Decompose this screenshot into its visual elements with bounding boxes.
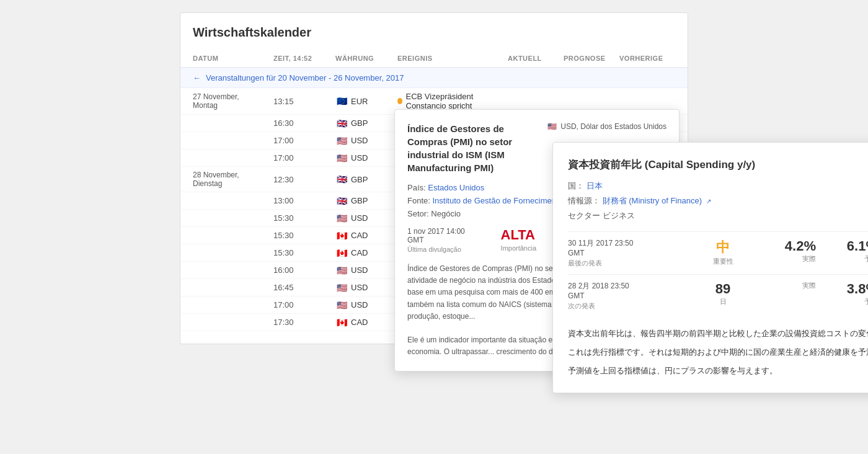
external-link-icon: ↗ (706, 198, 711, 205)
header-zeit: ZEIT, 14:52 (273, 55, 335, 62)
pais-link[interactable]: Estados Unidos (428, 183, 484, 192)
time-cell: 12:30 (273, 175, 335, 184)
last-release-block: 1 nov 2017 14:00 GMT Última divulgação (407, 227, 482, 253)
header-wahrung: WÄHRUNG (335, 55, 397, 62)
currency-label: USD (351, 213, 368, 223)
time-cell: 16:00 (273, 265, 335, 275)
time-cell: 15:30 (273, 248, 335, 257)
currency-cell: 🇨🇦 CAD (335, 318, 397, 327)
usd-flag: 🇺🇸 (335, 266, 348, 275)
japan-popup-header: 資本投資前年比 (Capital Spending y/y) JPY, 日本円 (568, 158, 868, 172)
time-cell: 15:30 (273, 231, 335, 240)
time-cell: 17:30 (273, 318, 335, 327)
forecast-val: 6.1% (847, 238, 868, 254)
header-aktuell: AKTUELL (508, 55, 564, 62)
banner-arrow: ← (193, 73, 201, 82)
currency-cell: 🇺🇸 USD (335, 300, 397, 309)
economic-calendar: Wirtschaftskalender DATUM ZEIT, 14:52 WÄ… (180, 12, 688, 344)
currency-label: USD (351, 265, 368, 275)
next-actual-lbl: 実際 (802, 281, 816, 290)
currency-label: USD (351, 153, 368, 162)
importance-value: ALTA (501, 227, 536, 243)
actual-val: 4.2% (785, 238, 816, 254)
japan-last-date: 30 11月 2017 23:50 GMT 最後の発表 (568, 238, 692, 268)
currency-label: CAD (351, 248, 368, 257)
usd-flag: 🇺🇸 (335, 154, 348, 162)
events-banner-link[interactable]: Veranstaltungen für 20 November - 26 Nov… (206, 73, 404, 82)
currency-label: USD (351, 136, 368, 145)
eur-flag: 🇪🇺 (335, 97, 348, 105)
time-cell: 13:00 (273, 196, 335, 205)
last-release-date: 1 nov 2017 14:00 GMT (407, 227, 482, 244)
japan-country: 国： 日本 (568, 180, 868, 192)
usd-flag: 🇺🇸 (335, 283, 348, 292)
time-cell: 15:30 (273, 213, 335, 223)
currency-cell: 🇺🇸 USD (335, 213, 397, 223)
japan-sector: セクター ビジネス (568, 210, 868, 221)
currency-cell: 🇺🇸 USD (335, 153, 397, 162)
currency-cell: 🇪🇺 EUR (335, 97, 397, 106)
currency-cell: 🇺🇸 USD (335, 283, 397, 292)
time-cell: 17:00 (273, 153, 335, 162)
importance-block: ALTA Importância (501, 227, 536, 252)
header-vorherige: VORHERIGE (619, 55, 675, 62)
date-cell: 28 November,Dienstag (193, 171, 273, 188)
currency-cell: 🇺🇸 USD (335, 136, 397, 145)
date-value: 30 11月 2017 23:50 (568, 238, 633, 249)
importance-dot (397, 98, 402, 104)
date-cell: 27 November,Montag (193, 92, 273, 110)
currency-cell: 🇬🇧 GBP (335, 175, 397, 184)
currency-label: USD (351, 300, 368, 309)
next-forecast-val: 3.8% (847, 281, 868, 297)
next-forecast-lbl: 予測 (864, 297, 868, 306)
japan-source-link[interactable]: 財務省 (Ministry of Finance) ↗ (603, 196, 711, 205)
japan-country-link[interactable]: 日本 (587, 181, 603, 190)
cad-flag: 🇨🇦 (335, 249, 348, 257)
currency-label: CAD (351, 231, 368, 240)
japan-title: 資本投資前年比 (Capital Spending y/y) (568, 158, 755, 172)
japan-last-release-row: 30 11月 2017 23:50 GMT 最後の発表 中 重要性 4.2% 実… (568, 231, 868, 274)
japan-next-importance: 89 日 (692, 281, 754, 311)
currency-label: GBP (351, 118, 368, 128)
gbp-flag: 🇬🇧 (335, 119, 348, 128)
forecast-lbl: 予測 (864, 254, 868, 264)
gbp-flag: 🇬🇧 (335, 197, 348, 205)
events-banner[interactable]: ← Veranstaltungen für 20 November - 26 N… (180, 68, 688, 88)
importance-lbl: 重要性 (713, 257, 733, 266)
japan-last-actual: 4.2% 実際 (754, 238, 816, 268)
header-ereignis: EREIGNIS (397, 55, 508, 62)
last-release-label: Última divulgação (407, 246, 482, 253)
currency-label: GBP (351, 196, 368, 205)
currency-cell: 🇺🇸 USD (335, 265, 397, 275)
importance-val: 中 (716, 238, 730, 257)
importance-label: Importância (501, 244, 536, 252)
header-prognose: PROGNOSE (564, 55, 619, 62)
japan-next-date: 28 2月 2018 23:50 GMT 次の発表 (568, 281, 692, 311)
japan-last-importance: 中 重要性 (692, 238, 754, 268)
time-cell: 17:00 (273, 300, 335, 309)
japan-source: 情報源： 財務省 (Ministry of Finance) ↗ (568, 195, 868, 207)
time-cell: 16:30 (273, 118, 335, 128)
time-cell: 13:15 (273, 97, 335, 106)
usd-flag: 🇺🇸 (335, 214, 348, 223)
currency-cell: 🇨🇦 CAD (335, 248, 397, 257)
usd-flag-popup: 🇺🇸 (547, 122, 557, 131)
pmi-currency-badge: 🇺🇸 USD, Dólar dos Estados Unidos (547, 122, 666, 131)
currency-label: USD (351, 283, 368, 292)
next-date-value2: GMT (568, 292, 585, 300)
usd-currency-name: USD, Dólar dos Estados Unidos (560, 122, 666, 131)
japan-next-forecast: 3.8% 予測 (816, 281, 868, 311)
currency-cell: 🇨🇦 CAD (335, 231, 397, 240)
calendar-header: DATUM ZEIT, 14:52 WÄHRUNG EREIGNIS AKTUE… (180, 50, 688, 68)
date-label: 最後の発表 (568, 259, 602, 268)
gbp-flag: 🇬🇧 (335, 175, 348, 184)
next-date-value: 28 2月 2018 23:50 (568, 281, 629, 292)
currency-label: CAD (351, 318, 368, 327)
usd-flag: 🇺🇸 (335, 136, 348, 145)
time-cell: 16:45 (273, 283, 335, 292)
calendar-title: Wirtschaftskalender (180, 25, 688, 50)
actual-lbl: 実際 (802, 254, 816, 264)
date-value2: GMT (568, 249, 585, 257)
header-datum: DATUM (193, 55, 273, 62)
japan-next-release-row: 28 2月 2018 23:50 GMT 次の発表 89 日 実際 3.8% 予… (568, 274, 868, 317)
